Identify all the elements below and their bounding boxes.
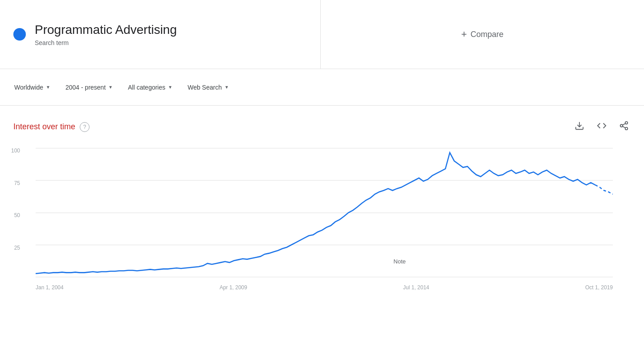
x-label-2019: Oct 1, 2019 bbox=[585, 284, 613, 291]
location-label: Worldwide bbox=[14, 84, 43, 91]
svg-line-4 bbox=[623, 126, 625, 128]
y-label-100: 100 bbox=[11, 148, 20, 153]
help-icon[interactable]: ? bbox=[80, 122, 90, 132]
chart-section: Interest over time ? bbox=[0, 106, 644, 300]
compare-label: Compare bbox=[470, 30, 503, 39]
time-filter[interactable]: 2004 - present ▼ bbox=[60, 80, 118, 94]
category-filter[interactable]: All categories ▼ bbox=[122, 80, 178, 94]
y-label-75: 75 bbox=[11, 181, 20, 186]
embed-button[interactable] bbox=[595, 119, 608, 135]
chart-container: 100 75 50 25 bbox=[9, 144, 635, 300]
compare-area: + Compare bbox=[321, 0, 644, 69]
search-term-dot bbox=[13, 28, 26, 41]
chart-title-area: Interest over time ? bbox=[13, 122, 90, 132]
location-filter[interactable]: Worldwide ▼ bbox=[9, 80, 56, 94]
svg-line-5 bbox=[623, 123, 625, 125]
search-term-text: Programmatic Advertising Search term bbox=[35, 22, 177, 46]
y-axis: 100 75 50 25 bbox=[11, 148, 20, 277]
share-button[interactable] bbox=[617, 119, 631, 135]
time-arrow-icon: ▼ bbox=[108, 85, 113, 90]
chart-header: Interest over time ? bbox=[9, 115, 635, 139]
chart-svg bbox=[36, 148, 613, 277]
chart-title: Interest over time bbox=[13, 122, 75, 131]
chart-inner: 100 75 50 25 bbox=[36, 148, 613, 277]
search-term-area: Programmatic Advertising Search term bbox=[0, 0, 321, 69]
compare-button[interactable]: + Compare bbox=[454, 25, 511, 44]
search-type-arrow-icon: ▼ bbox=[224, 85, 229, 90]
y-label-50: 50 bbox=[11, 213, 20, 218]
note-annotation: Note bbox=[394, 258, 406, 265]
category-arrow-icon: ▼ bbox=[168, 85, 172, 90]
header-section: Programmatic Advertising Search term + C… bbox=[0, 0, 644, 69]
note-label: Note bbox=[394, 258, 406, 265]
svg-point-2 bbox=[620, 124, 623, 127]
download-button[interactable] bbox=[573, 119, 586, 135]
help-icon-text: ? bbox=[83, 124, 86, 130]
search-term-title: Programmatic Advertising bbox=[35, 22, 177, 37]
svg-point-1 bbox=[625, 122, 628, 124]
x-label-2014: Jul 1, 2014 bbox=[403, 284, 429, 291]
chart-actions bbox=[573, 119, 631, 135]
x-label-2009: Apr 1, 2009 bbox=[220, 284, 247, 291]
x-axis: Jan 1, 2004 Apr 1, 2009 Jul 1, 2014 Oct … bbox=[36, 284, 613, 291]
y-label-25: 25 bbox=[11, 245, 20, 251]
time-label: 2004 - present bbox=[65, 84, 106, 91]
search-type-label: Web Search bbox=[187, 84, 222, 91]
svg-point-3 bbox=[625, 127, 628, 130]
search-term-type: Search term bbox=[35, 39, 177, 46]
search-type-filter[interactable]: Web Search ▼ bbox=[182, 80, 234, 94]
category-label: All categories bbox=[128, 84, 165, 91]
location-arrow-icon: ▼ bbox=[46, 85, 50, 90]
compare-plus: + bbox=[461, 29, 467, 40]
filter-bar: Worldwide ▼ 2004 - present ▼ All categor… bbox=[0, 69, 644, 106]
x-label-2004: Jan 1, 2004 bbox=[36, 284, 64, 291]
